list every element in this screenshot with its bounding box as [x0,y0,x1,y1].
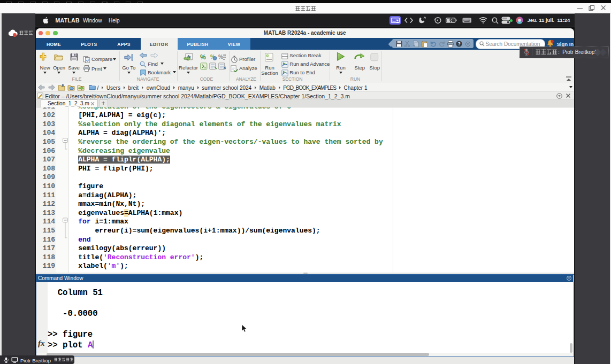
svg-text:%: % [218,54,223,60]
svg-text:?: ? [457,41,460,47]
